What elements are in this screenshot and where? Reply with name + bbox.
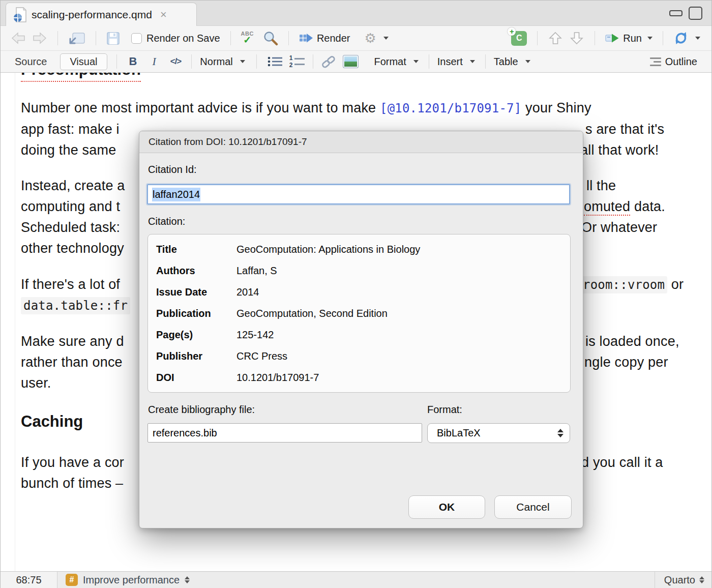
format-label: Format: (427, 404, 462, 416)
outline-label: Outline (665, 56, 697, 68)
divider (57, 31, 58, 45)
italic-button[interactable]: I (152, 55, 156, 68)
doc-paragraph-line: bunch of times – (21, 476, 123, 491)
plus-icon: + (508, 27, 516, 36)
inline-code: room::vroom (580, 276, 667, 293)
ok-button[interactable]: OK (408, 495, 485, 519)
chevron-down-icon (413, 60, 419, 63)
doc-paragraph-line: Instead, create a (21, 178, 125, 194)
tab-title: scaling-performance.qmd (32, 9, 152, 21)
numbered-list-icon[interactable]: 1 2 (289, 55, 305, 68)
outline-toggle[interactable]: Outline (650, 56, 697, 68)
selected-text: laffan2014 (152, 188, 200, 201)
bullet-list-icon[interactable] (267, 55, 283, 68)
render-button[interactable]: Render (299, 33, 350, 44)
divider (96, 31, 96, 45)
divider (191, 54, 192, 69)
chevron-down-icon (695, 37, 700, 40)
render-on-save[interactable]: Render on Save (131, 33, 220, 44)
code-button[interactable]: </> (170, 56, 182, 67)
insert-menu[interactable]: Insert (437, 56, 475, 68)
section-arrows-icon (185, 576, 190, 583)
doc-paragraph-line: room::vroom or (580, 277, 684, 292)
save-icon[interactable] (106, 32, 120, 45)
tab-close-icon[interactable]: × (160, 8, 167, 21)
section-navigator[interactable]: # Improve performance (57, 574, 190, 586)
doc-paragraph-line: is loaded once, (585, 334, 679, 349)
image-icon[interactable] (343, 55, 359, 68)
outline-icon (650, 57, 661, 66)
cancel-button[interactable]: Cancel (494, 495, 572, 519)
render-label: Render (317, 33, 350, 44)
doc-paragraph-line: omuted data. (584, 199, 665, 215)
run-button[interactable]: Run (605, 32, 652, 44)
table-menu[interactable]: Table (494, 56, 530, 68)
doc-paragraph-line: ll the (586, 178, 616, 194)
divider (595, 31, 595, 45)
bold-button[interactable]: B (129, 55, 137, 68)
dialog-title: Citation from DOI: 10.1201/b17091-7 (139, 131, 583, 153)
gear-icon: ⚙ (365, 32, 376, 45)
citation-label: Citation: (148, 216, 185, 227)
back-icon[interactable] (11, 32, 26, 45)
detail-row-publisher: Publisher CRC Press (156, 345, 562, 367)
heading-precomputation: Precomputation (21, 73, 141, 82)
section-title: Improve performance (83, 574, 180, 586)
spellcheck-icon[interactable]: ABC ✓ (241, 31, 254, 45)
doc-paragraph-line: Number one most important advice is if y… (21, 100, 591, 116)
forward-icon[interactable] (32, 32, 47, 45)
render-on-save-checkbox[interactable] (131, 33, 142, 44)
bibliography-file-input[interactable]: references.bib (147, 423, 422, 443)
run-next-chunk-icon[interactable] (569, 31, 584, 45)
citation-link[interactable]: [@10.1201/b17091-7] (380, 101, 521, 115)
link-icon[interactable] (320, 55, 337, 68)
tab-source[interactable]: Source (15, 56, 47, 68)
tab-visual[interactable]: Visual (60, 53, 107, 70)
inline-code: data.table::fr (21, 297, 130, 314)
doc-paragraph-line: all that work! (580, 142, 659, 158)
doc-paragraph-line: computing and t (21, 199, 120, 215)
minimize-icon[interactable] (669, 10, 683, 16)
render-on-save-label: Render on Save (146, 33, 220, 44)
chevron-down-icon (383, 37, 389, 40)
misspelled-word: omuted (584, 199, 630, 216)
bibliography-label: Create bibliography file: (148, 404, 255, 416)
divider (663, 31, 663, 45)
run-previous-chunks-icon[interactable] (548, 31, 563, 45)
search-icon[interactable] (263, 31, 278, 46)
doc-paragraph-line: If there's a lot of (21, 277, 120, 292)
divider (116, 54, 117, 69)
maximize-icon[interactable] (689, 7, 702, 20)
doc-paragraph-line: ngle copy per (584, 355, 668, 370)
open-in-new-window-icon[interactable] (68, 31, 85, 45)
heading-caching: Caching (21, 413, 83, 431)
doc-paragraph-line: doing the same (21, 142, 116, 158)
mode-selector[interactable]: Quarto (655, 572, 711, 588)
citation-dialog: Citation from DOI: 10.1201/b17091-7 Cita… (139, 131, 583, 528)
mode-label: Quarto (664, 574, 695, 586)
gutter-divider (15, 73, 15, 571)
doc-paragraph-line: Or whatever (581, 220, 657, 236)
divider (230, 31, 231, 45)
detail-row-publication: Publication GeoComputation, Second Editi… (156, 303, 562, 324)
tab-scaling-performance[interactable]: scaling-performance.qmd × (6, 3, 197, 26)
select-arrows-icon (557, 429, 563, 437)
detail-row-title: Title GeoComputation: Applications in Bi… (156, 239, 562, 260)
run-label: Run (623, 33, 642, 44)
divider (288, 31, 289, 45)
chevron-down-icon (647, 37, 652, 40)
format-menu[interactable]: Format (374, 56, 418, 68)
citation-id-input[interactable]: laffan2014 (147, 184, 570, 204)
divider (313, 54, 313, 69)
paragraph-style-dropdown[interactable]: Normal (200, 56, 245, 68)
doc-paragraph-line: s are that it's (585, 122, 664, 137)
render-options-button[interactable]: ⚙ (365, 32, 389, 45)
format-select[interactable]: BibLaTeX (427, 423, 570, 443)
detail-row-pages: Page(s) 125-142 (156, 324, 562, 345)
insert-chunk-button[interactable]: C + (511, 31, 527, 46)
tab-strip: scaling-performance.qmd × (1, 1, 711, 26)
divider (429, 54, 429, 69)
cursor-position: 68:75 (1, 572, 57, 588)
run-icon (605, 32, 619, 44)
source-on-save-button[interactable] (673, 31, 700, 45)
